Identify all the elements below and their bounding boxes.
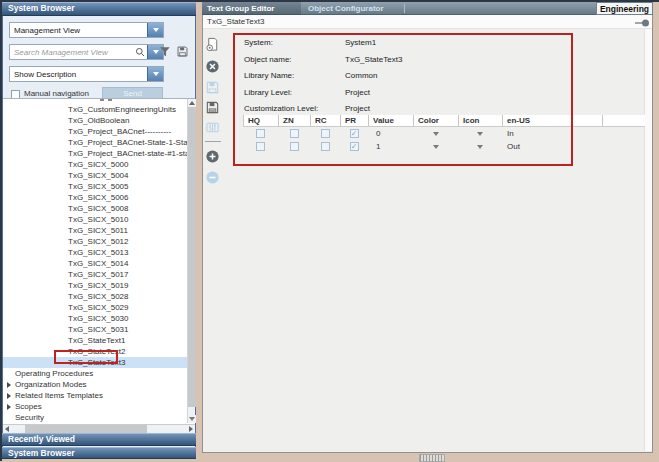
tree-item-label: Operating Procedures bbox=[15, 369, 93, 378]
chevron-down-icon[interactable] bbox=[147, 23, 163, 37]
search-box[interactable] bbox=[9, 44, 164, 60]
recently-viewed-label: Recently Viewed bbox=[8, 434, 75, 444]
save-icon[interactable] bbox=[205, 80, 221, 96]
tree-item[interactable]: TxG_SICX_5011 bbox=[3, 225, 195, 236]
tree-vertical-scrollbar[interactable] bbox=[187, 99, 195, 423]
tree-horizontal-scrollbar[interactable] bbox=[3, 424, 195, 432]
description-dropdown[interactable]: Show Description bbox=[9, 66, 164, 82]
tree-item[interactable]: TxG_CustomEngineeringUnits bbox=[3, 104, 195, 115]
system-browser-header[interactable]: System Browser bbox=[2, 2, 196, 16]
tree-item[interactable]: TxG_SICX_5014 bbox=[3, 258, 195, 269]
window-resize-grip[interactable] bbox=[419, 454, 445, 462]
tree-item-label: TxG_SICX_5030 bbox=[68, 314, 128, 323]
tree-item-label: Related Items Templates bbox=[15, 391, 103, 400]
tree-item[interactable]: TxG_SICX_5030 bbox=[3, 313, 195, 324]
clipped-tree-item bbox=[100, 99, 116, 101]
tree-item[interactable]: Organization Modes bbox=[3, 379, 195, 390]
new-text-group-icon[interactable] bbox=[205, 37, 221, 53]
tree-item-label: TxG_SICX_5004 bbox=[68, 171, 128, 180]
tree-item[interactable]: TxG_SICX_5029 bbox=[3, 302, 195, 313]
tree-item[interactable]: TxG_StateText1 bbox=[3, 335, 195, 346]
tree-item-label: TxG_Project_BACnet---------- bbox=[68, 127, 171, 136]
toolbar-separator bbox=[205, 141, 221, 142]
tree-item-label: Organization Modes bbox=[15, 380, 87, 389]
tree-item-label: TxG_SICX_5014 bbox=[68, 259, 128, 268]
tree-item-label: TxG_Project_BACnet-State-1-State-2 bbox=[68, 138, 195, 147]
annotation-rect-form bbox=[233, 33, 573, 166]
search-icon[interactable] bbox=[133, 47, 147, 57]
system-browser-bar[interactable]: System Browser bbox=[2, 447, 196, 459]
tab-separator bbox=[404, 4, 405, 13]
customize-columns-icon[interactable] bbox=[205, 120, 221, 136]
tab-object-configurator[interactable]: Object Configurator bbox=[308, 2, 384, 15]
vertical-scrollbar-thumb[interactable] bbox=[188, 107, 196, 407]
delete-icon[interactable] bbox=[205, 59, 221, 75]
tree-item-label: TxG_SICX_5017 bbox=[68, 270, 128, 279]
engineering-mode-tab[interactable]: Engineering bbox=[596, 2, 653, 15]
add-row-icon[interactable] bbox=[205, 149, 221, 165]
tree-item[interactable]: Scopes bbox=[3, 401, 195, 412]
view-dropdown-value: Management View bbox=[10, 26, 147, 35]
tree-item[interactable]: TxG_SICX_5012 bbox=[3, 236, 195, 247]
horizontal-scrollbar-thumb[interactable] bbox=[25, 425, 147, 433]
tree-item[interactable]: TxG_SICX_5013 bbox=[3, 247, 195, 258]
tree-item[interactable]: TxG_SICX_5017 bbox=[3, 269, 195, 280]
tree: TxG_CustomEngineeringUnitsTxG_OldBoolean… bbox=[3, 98, 195, 424]
system-browser-header-title: System Browser bbox=[8, 3, 75, 13]
chevron-down-icon[interactable] bbox=[147, 67, 163, 81]
scroll-up-icon[interactable] bbox=[188, 99, 196, 107]
tree-item[interactable]: TxG_Project_BACnet-state-#1-state-# bbox=[3, 148, 195, 159]
recently-viewed-bar[interactable]: Recently Viewed bbox=[2, 433, 196, 446]
tree-item[interactable]: TxG_SICX_5008 bbox=[3, 203, 195, 214]
scroll-right-icon[interactable] bbox=[187, 425, 195, 433]
scroll-left-icon[interactable] bbox=[3, 425, 11, 433]
tree-item[interactable]: TxG_SICX_5010 bbox=[3, 214, 195, 225]
tree-item[interactable]: TxG_Project_BACnet---------- bbox=[3, 126, 195, 137]
tree-item[interactable]: Operating Procedures bbox=[3, 368, 195, 379]
cell-empty bbox=[602, 140, 645, 153]
tree-item[interactable]: TxG_SICX_5006 bbox=[3, 192, 195, 203]
tree-item-label: TxG_SICX_5031 bbox=[68, 325, 128, 334]
tree-item-label: TxG_SICX_5011 bbox=[68, 226, 128, 235]
tree-item[interactable]: TxG_SICX_5031 bbox=[3, 324, 195, 335]
tree-item-label: TxG_StateText1 bbox=[68, 336, 125, 345]
tree-item-label: TxG_SICX_5006 bbox=[68, 193, 128, 202]
object-title: TxG_StateText3 bbox=[207, 17, 264, 26]
pin-icon[interactable] bbox=[635, 19, 650, 27]
tree-item[interactable]: TxG_Project_BACnet-State-1-State-2 bbox=[3, 137, 195, 148]
tree-item-label: TxG_OldBoolean bbox=[68, 116, 129, 125]
remove-row-icon[interactable] bbox=[205, 170, 221, 186]
tree-item-label: Security bbox=[15, 413, 44, 422]
system-browser-bar-label: System Browser bbox=[8, 448, 75, 458]
tree-item[interactable]: TxG_SICX_5005 bbox=[3, 181, 195, 192]
tree-item-label: TxG_SICX_5019 bbox=[68, 281, 128, 290]
tree-item[interactable]: TxG_SICX_5019 bbox=[3, 280, 195, 291]
tree-item-label: TxG_SICX_5013 bbox=[68, 248, 128, 257]
tree-item-label: TxG_SICX_5012 bbox=[68, 237, 128, 246]
save-search-icon[interactable] bbox=[176, 45, 189, 58]
tab-text-group-editor-label[interactable]: Text Group Editor bbox=[207, 2, 274, 15]
filter-icon[interactable] bbox=[159, 46, 171, 58]
tree-item[interactable]: TxG_SICX_5028 bbox=[3, 291, 195, 302]
cell-empty bbox=[602, 127, 645, 140]
manual-navigation-label: Manual navigation bbox=[24, 89, 89, 98]
tree-item[interactable]: TxG_SICX_5000 bbox=[3, 159, 195, 170]
tree-item-label: TxG_CustomEngineeringUnits bbox=[68, 105, 176, 114]
search-input[interactable] bbox=[10, 48, 133, 57]
expand-arrow-icon[interactable] bbox=[7, 404, 11, 410]
editor-scrollbar-track[interactable] bbox=[644, 29, 652, 451]
expand-arrow-icon[interactable] bbox=[7, 382, 11, 388]
tree-item-label: TxG_SICX_5008 bbox=[68, 204, 128, 213]
tree-item-label: TxG_SICX_5029 bbox=[68, 303, 128, 312]
scroll-down-icon[interactable] bbox=[188, 415, 196, 423]
save-as-icon[interactable] bbox=[205, 100, 221, 116]
tree-item[interactable]: TxG_SICX_5004 bbox=[3, 170, 195, 181]
tree-item-label: TxG_SICX_5028 bbox=[68, 292, 128, 301]
view-dropdown[interactable]: Management View bbox=[9, 22, 164, 38]
object-title-bar: TxG_StateText3 bbox=[203, 15, 652, 29]
tree-item[interactable]: Security bbox=[3, 412, 195, 423]
tree-item[interactable]: Related Items Templates bbox=[3, 390, 195, 401]
tree-item[interactable]: TxG_OldBoolean bbox=[3, 115, 195, 126]
expand-arrow-icon[interactable] bbox=[7, 393, 11, 399]
tree-item-label: Scopes bbox=[15, 402, 42, 411]
